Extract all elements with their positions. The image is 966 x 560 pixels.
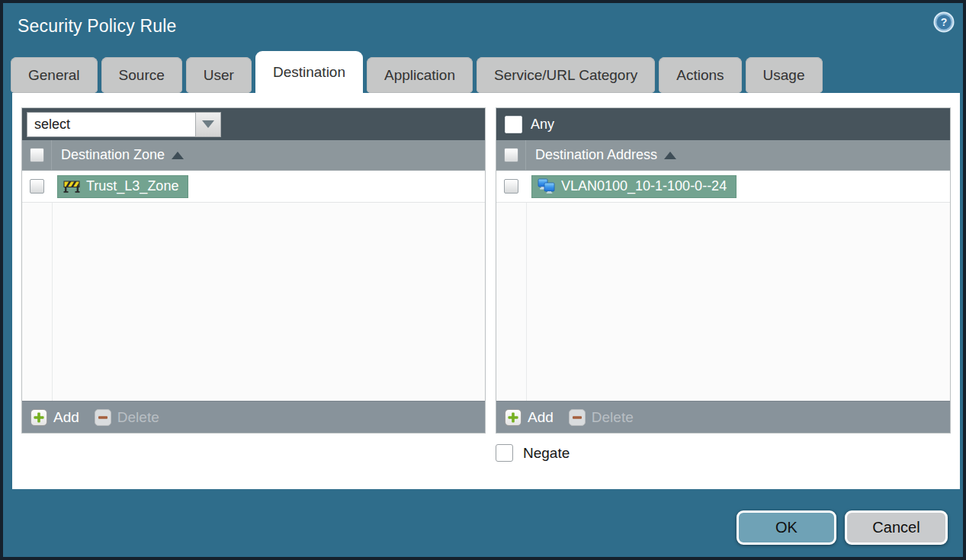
zone-select-combo: [27, 112, 221, 137]
tab-destination[interactable]: Destination: [255, 51, 363, 93]
any-address-label: Any: [531, 117, 554, 133]
tab-source[interactable]: Source: [101, 57, 182, 93]
zone-action-bar: Add Delete: [22, 401, 485, 433]
cancel-button[interactable]: Cancel: [845, 510, 948, 545]
network-address-icon: [538, 178, 555, 194]
zone-select-input[interactable]: [27, 112, 195, 137]
help-button[interactable]: ?: [932, 11, 955, 34]
address-row-list: VLAN0100_10-1-100-0--24: [496, 171, 950, 401]
address-header-checkbox-cell: [496, 140, 526, 170]
zone-panel-toolbar: [22, 108, 485, 140]
zone-chip-label: Trust_L3_Zone: [86, 178, 178, 194]
destination-tab-content: Destination Zone: [12, 93, 960, 489]
tab-user[interactable]: User: [186, 57, 252, 93]
zone-row-list: Trust_L3_Zone: [22, 171, 485, 401]
negate-label: Negate: [523, 445, 570, 462]
zone-header-checkbox-cell: [22, 140, 52, 170]
security-policy-rule-dialog: Security Policy Rule ? General Source Us…: [0, 0, 966, 560]
address-panel-toolbar: Any: [496, 108, 950, 140]
negate-row: Negate: [496, 444, 570, 462]
chevron-down-icon: [202, 120, 214, 128]
ok-button[interactable]: OK: [737, 510, 836, 545]
address-row[interactable]: VLAN0100_10-1-100-0--24: [496, 171, 950, 203]
address-row-checkbox[interactable]: [504, 179, 518, 194]
address-delete-button[interactable]: Delete: [569, 409, 634, 426]
tab-usage[interactable]: Usage: [746, 57, 823, 93]
zone-add-button[interactable]: Add: [30, 409, 79, 426]
add-plus-icon: [505, 409, 522, 426]
delete-minus-icon: [95, 409, 111, 426]
address-action-bar: Add Delete: [496, 401, 950, 433]
zone-column-header-label: Destination Zone: [61, 147, 184, 163]
destination-address-panel: Any Destination Address: [496, 107, 951, 434]
address-row-checkbox-cell: [496, 171, 526, 202]
address-add-button[interactable]: Add: [505, 409, 554, 426]
delete-minus-icon: [569, 409, 586, 426]
zone-chip[interactable]: Trust_L3_Zone: [57, 175, 188, 198]
tab-general[interactable]: General: [11, 57, 98, 93]
negate-checkbox[interactable]: [496, 444, 513, 462]
zone-select-all-checkbox[interactable]: [30, 148, 44, 162]
address-chip[interactable]: VLAN0100_10-1-100-0--24: [531, 175, 737, 198]
zone-column-header[interactable]: Destination Zone: [22, 140, 485, 171]
address-column-header[interactable]: Destination Address: [496, 140, 950, 171]
zone-row[interactable]: Trust_L3_Zone: [22, 171, 485, 203]
any-address-checkbox[interactable]: [505, 116, 522, 133]
zone-barrier-icon: [63, 179, 80, 194]
zone-delete-button[interactable]: Delete: [95, 409, 159, 426]
tab-bar: General Source User Destination Applicat…: [11, 50, 955, 93]
address-select-all-checkbox[interactable]: [504, 148, 518, 162]
address-column-header-label: Destination Address: [535, 147, 676, 163]
svg-text:?: ?: [941, 16, 948, 28]
zone-select-dropdown-button[interactable]: [195, 112, 221, 137]
sort-ascending-icon: [664, 152, 676, 159]
help-icon: ?: [932, 11, 955, 34]
zone-row-checkbox[interactable]: [30, 179, 44, 194]
add-plus-icon: [30, 409, 47, 426]
tab-actions[interactable]: Actions: [659, 57, 741, 93]
destination-zone-panel: Destination Zone: [21, 107, 486, 434]
dialog-title: Security Policy Rule: [18, 16, 177, 37]
sort-ascending-icon: [172, 152, 184, 159]
zone-row-checkbox-cell: [22, 171, 52, 202]
address-chip-label: VLAN0100_10-1-100-0--24: [561, 178, 727, 194]
tab-application[interactable]: Application: [367, 57, 473, 93]
tab-service-url-category[interactable]: Service/URL Category: [477, 57, 655, 93]
